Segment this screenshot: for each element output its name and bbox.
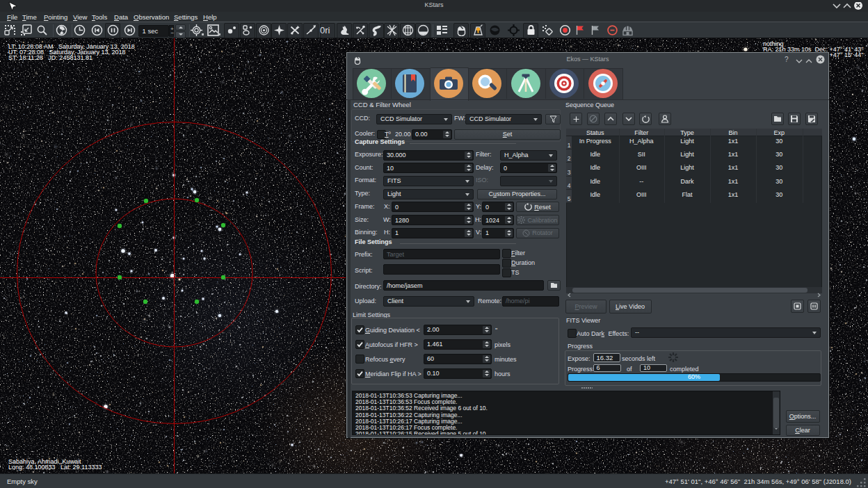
svg-text:0ri: 0ri	[320, 25, 330, 35]
